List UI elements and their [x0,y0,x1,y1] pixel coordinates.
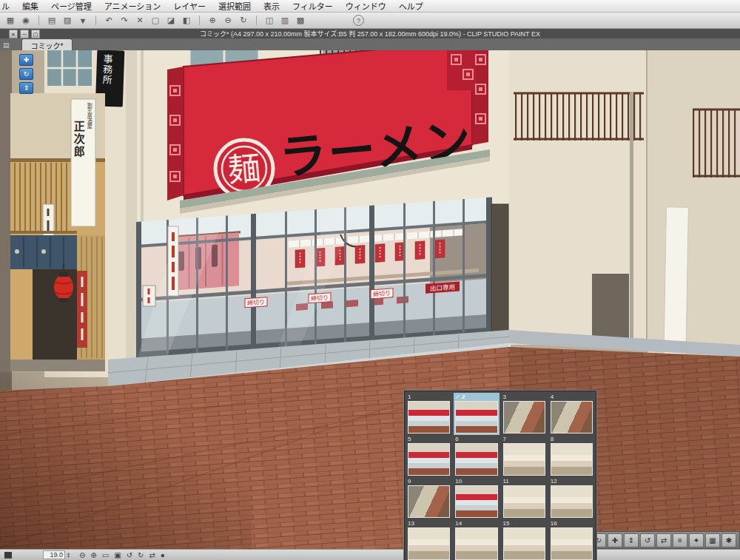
toolbar-separator [199,16,200,25]
view-controls: ⊖ ⊕ ▭ ▣ ↺ ↻ ⇄ ● [79,551,165,559]
window-buttons: ✕ ─ ▢ [9,30,40,38]
zoom-in-icon[interactable]: ⊕ [90,551,96,559]
menu-window[interactable]: ウィンドウ [346,0,386,12]
small-wall-sign [143,286,155,306]
page-thumbnail[interactable]: 3 [502,393,547,435]
pose-icon[interactable]: ✦ [689,533,704,547]
izakaya-sign-category: 割烹居酒屋 [87,103,92,169]
rotate-left-icon[interactable]: ↺ [127,551,132,559]
flip-horizontal-icon[interactable]: ⇄ [149,551,155,559]
page-number: 7 [503,436,506,443]
zoom-value-field[interactable]: 19.0 [43,550,65,559]
page-thumbnail[interactable]: 9 [406,477,451,519]
reset-display-icon[interactable]: ● [161,551,165,559]
page-number: 5 [408,436,411,443]
page-thumbnail-selected[interactable]: ✓2 [454,393,499,435]
page-thumbnail[interactable]: 10 [454,477,499,519]
deselect-icon[interactable]: ▢ [149,15,161,26]
page-thumbnail[interactable]: 8 [549,435,594,477]
page-thumbnail[interactable]: 13 [406,519,451,560]
page-preview-image [503,527,545,560]
menu-page-manage[interactable]: ページ管理 [51,0,92,12]
page-number: 3 [503,394,506,401]
canvas-tab-bar: ▤ コミック* [0,38,740,50]
page-thumbnail[interactable]: 15 [502,519,547,560]
page-thumbnail[interactable]: 14 [454,519,499,560]
rotate-right-icon[interactable]: ↻ [138,551,144,559]
undo-icon[interactable]: ↶ [103,15,115,26]
page-thumbnail[interactable]: 16 [549,519,594,560]
invert-selection-icon[interactable]: ◪ [165,15,177,26]
camera-pan-icon[interactable]: ✚ [608,533,622,547]
canvas-viewport[interactable]: 麺 ラーメン [0,50,740,550]
page-preview-image [551,527,593,560]
page-thumbnail[interactable]: 4 [549,393,594,435]
toolbar-separator [95,16,96,25]
fit-to-screen-icon[interactable]: ▭ [102,551,109,559]
page-preview-image [503,485,545,518]
menu-edit[interactable]: 編集 [22,0,38,12]
panel-grid-icon[interactable]: ▦ [4,15,16,26]
camera-tools: ✚ ↻ ⇕ [19,54,49,94]
page-number: 4 [551,394,554,401]
actual-size-icon[interactable]: ▣ [114,551,121,559]
zoom-out-icon[interactable]: ⊖ [79,551,85,559]
maximize-icon[interactable]: ▢ [31,30,40,38]
new-file-icon[interactable]: ▤ [46,15,58,26]
menu-selection[interactable]: 選択範囲 [218,0,251,12]
rotate-view-icon[interactable]: ↻ [238,15,249,26]
clip-studio-logo-icon[interactable]: ◉ [20,15,32,26]
zoom-stepper[interactable]: ▲ ▼ [67,552,70,558]
page-thumbnail[interactable]: 7 [502,435,547,477]
redo-icon[interactable]: ↷ [118,15,130,26]
camera-dolly-icon[interactable]: ⇕ [624,533,639,547]
settings-icon[interactable]: ✱ [722,533,736,547]
menu-view[interactable]: 表示 [263,0,280,12]
zoom-out-icon[interactable]: ⊖ [222,15,234,26]
page-preview-image [551,401,593,434]
zoom-in-icon[interactable]: ⊕ [206,15,218,26]
grid-icon[interactable]: ▦ [705,533,720,547]
menu-help[interactable]: ヘルプ [399,0,423,12]
tab-list-icon[interactable]: ▤ [3,41,10,49]
help-icon[interactable]: ? [353,15,364,26]
page-number: 8 [551,436,554,443]
document-title-bar: ✕ ─ ▢ コミック* (A4 297.00 x 210.00mm 製本サイズ:… [0,29,740,38]
close-icon[interactable]: ✕ [9,30,18,38]
command-toolbar: ▦ ◉ ▤ ▨ ▼ ↶ ↷ ✕ ▢ ◪ ◧ ⊕ ⊖ ↻ ◫ ▥ ▩ ? [0,13,740,29]
object-list-icon[interactable]: ≡ [673,533,687,547]
menu-file[interactable]: ル [1,0,10,12]
stepper-down-icon[interactable]: ▼ [67,555,70,558]
navigator-icon[interactable] [4,552,12,559]
fill-icon[interactable]: ◧ [181,15,192,26]
clip-studio-paint-window: ル 編集 ページ管理 アニメーション レイヤー 選択範囲 表示 フィルター ウィ… [0,0,740,560]
minimize-icon[interactable]: ─ [20,30,29,38]
page-thumbnail[interactable]: 12 [549,477,594,519]
page-number: 2 [462,394,465,401]
page-preview-image [503,443,545,476]
camera-pan-icon[interactable]: ✚ [19,54,33,66]
delete-icon[interactable]: ✕ [134,15,146,26]
door-tag-3: 締切り [371,289,393,299]
page-thumbnail[interactable]: 11 [502,477,547,519]
open-file-icon[interactable]: ▨ [61,15,73,26]
menu-layer[interactable]: レイヤー [173,0,206,12]
object-move-icon[interactable]: ⇄ [656,533,671,547]
snap-grid-icon[interactable]: ▥ [279,15,291,26]
menu-animation[interactable]: アニメーション [104,0,161,12]
page-thumbnail-panel: 1 ✓2 3 4 5 6 7 [404,391,596,560]
save-icon[interactable]: ▼ [77,15,89,26]
grid-view-icon[interactable]: ▩ [295,15,306,26]
page-thumbnail[interactable]: 1 [406,393,451,435]
page-thumbnail[interactable]: 6 [454,435,499,477]
svg-text:締切り: 締切り [373,289,391,298]
camera-rotate-icon[interactable]: ↻ [19,68,33,80]
menu-filter[interactable]: フィルター [292,0,333,12]
street-ground [0,330,740,550]
page-thumbnail[interactable]: 5 [406,435,451,477]
camera-zoom-icon[interactable]: ⇕ [19,82,33,94]
page-number: 10 [455,478,462,485]
tab-comic[interactable]: コミック* [21,38,73,50]
snap-ruler-icon[interactable]: ◫ [263,15,275,26]
camera-roll-icon[interactable]: ↺ [640,533,655,547]
